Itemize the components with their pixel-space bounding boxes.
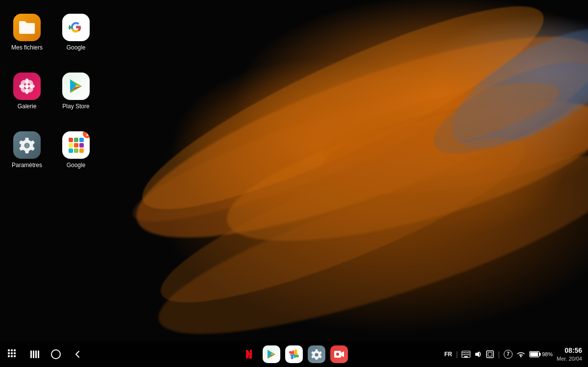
galerie-icon	[13, 73, 41, 100]
svg-rect-40	[30, 350, 32, 358]
svg-rect-42	[35, 350, 37, 358]
google-label: Google	[67, 44, 86, 51]
svg-rect-24	[79, 138, 84, 142]
grid-nav-icon[interactable]	[6, 347, 20, 361]
svg-rect-62	[488, 352, 492, 356]
svg-rect-43	[38, 350, 39, 358]
app-galerie[interactable]: Galerie	[5, 69, 49, 122]
app-google[interactable]: Google	[54, 10, 98, 64]
svg-rect-31	[8, 349, 10, 351]
dock	[240, 345, 348, 363]
home-icon[interactable]	[49, 347, 63, 361]
svg-point-10	[25, 84, 29, 88]
svg-rect-61	[487, 351, 493, 358]
nav-bar	[6, 347, 84, 361]
svg-rect-59	[468, 354, 469, 355]
svg-rect-54	[468, 352, 469, 353]
app-parametres[interactable]: Paramètres	[5, 127, 49, 181]
svg-rect-50	[463, 352, 464, 353]
time: 08:56	[557, 346, 582, 356]
svg-rect-66	[530, 352, 538, 356]
time-date-display: 08:56 Mer. 20/04	[557, 346, 582, 363]
svg-rect-39	[14, 355, 16, 357]
svg-rect-51	[464, 352, 465, 353]
galerie-label: Galerie	[18, 103, 37, 110]
svg-point-46	[315, 353, 318, 357]
svg-rect-29	[74, 148, 78, 153]
dock-play-store[interactable]	[263, 345, 280, 363]
svg-rect-41	[33, 350, 34, 358]
svg-point-63	[520, 356, 521, 357]
play-store-icon	[62, 73, 90, 100]
svg-rect-27	[79, 143, 84, 147]
svg-rect-34	[8, 352, 10, 354]
mes-fichiers-icon	[13, 14, 41, 41]
svg-rect-52	[466, 352, 466, 353]
svg-rect-57	[466, 354, 466, 355]
svg-rect-30	[79, 148, 84, 153]
svg-rect-26	[74, 143, 78, 147]
svg-rect-33	[14, 349, 16, 351]
battery-percent: 98%	[542, 351, 553, 357]
svg-rect-28	[69, 148, 73, 153]
svg-rect-37	[8, 355, 10, 357]
svg-rect-60	[464, 356, 468, 357]
svg-rect-35	[11, 352, 13, 354]
svg-rect-32	[11, 349, 13, 351]
svg-rect-38	[11, 355, 13, 357]
dock-netflix[interactable]	[240, 345, 258, 363]
google2-label: Google	[67, 162, 86, 169]
battery-indicator: 98%	[529, 351, 553, 358]
keyboard-icon	[462, 351, 470, 358]
google2-icon: 1	[62, 131, 90, 159]
svg-rect-25	[69, 143, 73, 147]
status-bar: FR |	[444, 346, 582, 363]
language-indicator: FR	[444, 351, 452, 358]
app-mes-fichiers[interactable]: Mes fichiers	[5, 10, 49, 64]
svg-rect-58	[467, 354, 468, 355]
dock-photos[interactable]	[285, 345, 303, 363]
svg-rect-36	[14, 352, 16, 354]
parametres-label: Paramètres	[12, 162, 42, 169]
app-google2[interactable]: 1 Google	[54, 127, 98, 181]
svg-rect-22	[69, 138, 73, 142]
app-play-store[interactable]: Play Store	[54, 69, 98, 122]
mes-fichiers-label: Mes fichiers	[11, 44, 43, 51]
dock-settings[interactable]	[308, 345, 325, 363]
play-store-label: Play Store	[62, 103, 89, 110]
svg-rect-23	[74, 138, 78, 142]
date: Mer. 20/04	[557, 355, 582, 363]
svg-rect-53	[467, 352, 468, 353]
svg-rect-55	[463, 354, 464, 355]
screenshot-icon	[486, 350, 494, 358]
recent-apps-icon[interactable]	[27, 347, 41, 361]
svg-rect-65	[539, 353, 540, 356]
back-icon[interactable]	[71, 347, 84, 361]
volume-icon	[474, 350, 482, 358]
app-grid: Mes fichiers Google	[5, 10, 98, 181]
svg-rect-56	[464, 354, 465, 355]
wifi-icon	[516, 351, 525, 358]
dock-recorder[interactable]	[330, 345, 348, 363]
circle-number: 7	[504, 350, 513, 359]
parametres-icon	[13, 131, 41, 159]
svg-point-48	[336, 353, 339, 356]
svg-point-44	[51, 350, 60, 359]
svg-point-20	[25, 144, 29, 147]
taskbar: FR |	[0, 342, 588, 367]
google-icon	[62, 14, 90, 41]
